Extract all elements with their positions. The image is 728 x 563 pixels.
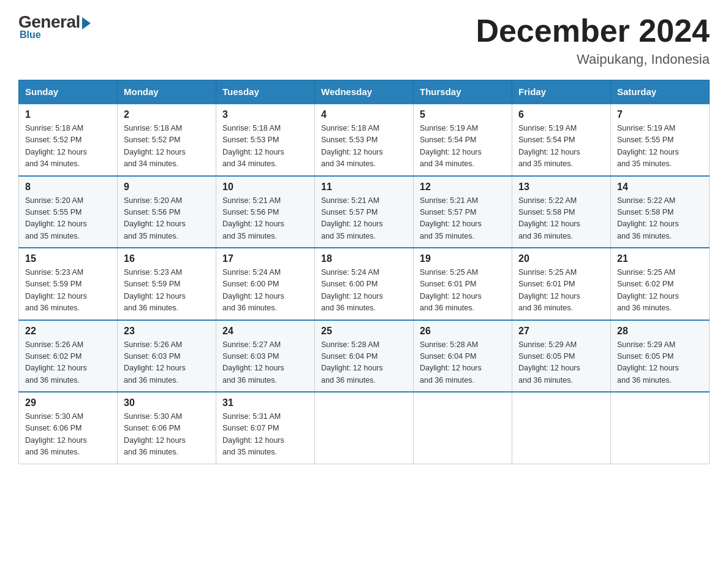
calendar-cell: 5Sunrise: 5:19 AMSunset: 5:54 PMDaylight… [414,104,512,176]
calendar-cell [512,392,611,464]
day-info: Sunrise: 5:24 AMSunset: 6:00 PMDaylight:… [222,267,308,315]
calendar-cell [414,392,512,464]
day-info: Sunrise: 5:31 AMSunset: 6:07 PMDaylight:… [222,411,308,459]
month-title: December 2024 [476,12,710,49]
day-info: Sunrise: 5:26 AMSunset: 6:02 PMDaylight:… [25,339,111,387]
day-info: Sunrise: 5:26 AMSunset: 6:03 PMDaylight:… [124,339,210,387]
calendar-header-wednesday: Wednesday [315,80,414,104]
day-info: Sunrise: 5:18 AMSunset: 5:52 PMDaylight:… [124,123,210,170]
calendar-cell: 17Sunrise: 5:24 AMSunset: 6:00 PMDayligh… [216,248,315,320]
day-number: 14 [617,182,703,193]
title-area: December 2024 Waipukang, Indonesia [476,12,710,67]
location-text: Waipukang, Indonesia [476,52,710,67]
calendar-cell: 1Sunrise: 5:18 AMSunset: 5:52 PMDaylight… [19,104,118,176]
calendar-table: SundayMondayTuesdayWednesdayThursdayFrid… [18,80,710,464]
calendar-cell: 20Sunrise: 5:25 AMSunset: 6:01 PMDayligh… [512,248,611,320]
day-info: Sunrise: 5:23 AMSunset: 5:59 PMDaylight:… [124,267,210,315]
calendar-header-saturday: Saturday [611,80,710,104]
calendar-cell: 21Sunrise: 5:25 AMSunset: 6:02 PMDayligh… [611,248,710,320]
day-number: 31 [222,397,308,408]
day-info: Sunrise: 5:18 AMSunset: 5:52 PMDaylight:… [25,123,111,170]
day-number: 16 [124,253,210,264]
calendar-header-monday: Monday [118,80,216,104]
day-info: Sunrise: 5:24 AMSunset: 6:00 PMDaylight:… [321,267,407,315]
day-info: Sunrise: 5:25 AMSunset: 6:02 PMDaylight:… [617,267,703,315]
calendar-cell: 25Sunrise: 5:28 AMSunset: 6:04 PMDayligh… [315,320,414,393]
day-number: 13 [518,182,604,193]
calendar-cell: 30Sunrise: 5:30 AMSunset: 6:06 PMDayligh… [118,392,216,464]
calendar-cell: 28Sunrise: 5:29 AMSunset: 6:05 PMDayligh… [611,320,710,393]
day-number: 30 [124,397,210,408]
day-info: Sunrise: 5:20 AMSunset: 5:55 PMDaylight:… [25,195,111,243]
calendar-cell: 3Sunrise: 5:18 AMSunset: 5:53 PMDaylight… [216,104,315,176]
day-info: Sunrise: 5:28 AMSunset: 6:04 PMDaylight:… [420,339,506,387]
day-number: 8 [25,182,111,193]
day-info: Sunrise: 5:25 AMSunset: 6:01 PMDaylight:… [420,267,506,315]
calendar-cell: 24Sunrise: 5:27 AMSunset: 6:03 PMDayligh… [216,320,315,393]
calendar-cell: 15Sunrise: 5:23 AMSunset: 5:59 PMDayligh… [19,248,118,320]
day-info: Sunrise: 5:22 AMSunset: 5:58 PMDaylight:… [518,195,604,243]
day-number: 22 [25,326,111,337]
day-number: 1 [25,109,111,120]
day-number: 9 [124,182,210,193]
day-info: Sunrise: 5:29 AMSunset: 6:05 PMDaylight:… [518,339,604,387]
day-number: 6 [518,109,604,120]
calendar-week-row: 1Sunrise: 5:18 AMSunset: 5:52 PMDaylight… [19,104,710,176]
day-number: 28 [617,326,703,337]
day-info: Sunrise: 5:28 AMSunset: 6:04 PMDaylight:… [321,339,407,387]
day-number: 18 [321,253,407,264]
day-info: Sunrise: 5:21 AMSunset: 5:56 PMDaylight:… [222,195,308,243]
day-number: 2 [124,109,210,120]
day-info: Sunrise: 5:20 AMSunset: 5:56 PMDaylight:… [124,195,210,243]
day-info: Sunrise: 5:21 AMSunset: 5:57 PMDaylight:… [420,195,506,243]
calendar-cell [611,392,710,464]
day-info: Sunrise: 5:22 AMSunset: 5:58 PMDaylight:… [617,195,703,243]
day-info: Sunrise: 5:19 AMSunset: 5:54 PMDaylight:… [518,123,604,170]
day-info: Sunrise: 5:23 AMSunset: 5:59 PMDaylight:… [25,267,111,315]
day-info: Sunrise: 5:18 AMSunset: 5:53 PMDaylight:… [321,123,407,170]
logo-arrow-icon [82,17,91,29]
calendar-cell: 7Sunrise: 5:19 AMSunset: 5:55 PMDaylight… [611,104,710,176]
day-number: 29 [25,397,111,408]
day-number: 4 [321,109,407,120]
calendar-cell: 9Sunrise: 5:20 AMSunset: 5:56 PMDaylight… [118,176,216,248]
day-info: Sunrise: 5:25 AMSunset: 6:01 PMDaylight:… [518,267,604,315]
calendar-cell: 16Sunrise: 5:23 AMSunset: 5:59 PMDayligh… [118,248,216,320]
calendar-cell: 29Sunrise: 5:30 AMSunset: 6:06 PMDayligh… [19,392,118,464]
day-number: 5 [420,109,506,120]
day-number: 12 [420,182,506,193]
day-info: Sunrise: 5:30 AMSunset: 6:06 PMDaylight:… [25,411,111,459]
day-info: Sunrise: 5:19 AMSunset: 5:55 PMDaylight:… [617,123,703,170]
calendar-header-thursday: Thursday [414,80,512,104]
day-number: 19 [420,253,506,264]
day-info: Sunrise: 5:29 AMSunset: 6:05 PMDaylight:… [617,339,703,387]
calendar-header-row: SundayMondayTuesdayWednesdayThursdayFrid… [19,80,710,104]
day-info: Sunrise: 5:30 AMSunset: 6:06 PMDaylight:… [124,411,210,459]
day-info: Sunrise: 5:18 AMSunset: 5:53 PMDaylight:… [222,123,308,170]
day-number: 26 [420,326,506,337]
calendar-cell: 26Sunrise: 5:28 AMSunset: 6:04 PMDayligh… [414,320,512,393]
calendar-cell: 27Sunrise: 5:29 AMSunset: 6:05 PMDayligh… [512,320,611,393]
calendar-header-sunday: Sunday [19,80,118,104]
calendar-week-row: 8Sunrise: 5:20 AMSunset: 5:55 PMDaylight… [19,176,710,248]
day-number: 7 [617,109,703,120]
day-number: 24 [222,326,308,337]
calendar-cell: 12Sunrise: 5:21 AMSunset: 5:57 PMDayligh… [414,176,512,248]
day-number: 17 [222,253,308,264]
calendar-cell: 8Sunrise: 5:20 AMSunset: 5:55 PMDaylight… [19,176,118,248]
day-info: Sunrise: 5:21 AMSunset: 5:57 PMDaylight:… [321,195,407,243]
calendar-cell: 22Sunrise: 5:26 AMSunset: 6:02 PMDayligh… [19,320,118,393]
day-number: 21 [617,253,703,264]
calendar-cell: 10Sunrise: 5:21 AMSunset: 5:56 PMDayligh… [216,176,315,248]
page-header: General Blue December 2024 Waipukang, In… [18,12,710,67]
calendar-cell: 14Sunrise: 5:22 AMSunset: 5:58 PMDayligh… [611,176,710,248]
calendar-week-row: 15Sunrise: 5:23 AMSunset: 5:59 PMDayligh… [19,248,710,320]
day-number: 15 [25,253,111,264]
calendar-cell: 18Sunrise: 5:24 AMSunset: 6:00 PMDayligh… [315,248,414,320]
calendar-cell: 11Sunrise: 5:21 AMSunset: 5:57 PMDayligh… [315,176,414,248]
calendar-cell: 6Sunrise: 5:19 AMSunset: 5:54 PMDaylight… [512,104,611,176]
calendar-cell: 13Sunrise: 5:22 AMSunset: 5:58 PMDayligh… [512,176,611,248]
calendar-cell: 4Sunrise: 5:18 AMSunset: 5:53 PMDaylight… [315,104,414,176]
day-number: 23 [124,326,210,337]
calendar-cell [315,392,414,464]
